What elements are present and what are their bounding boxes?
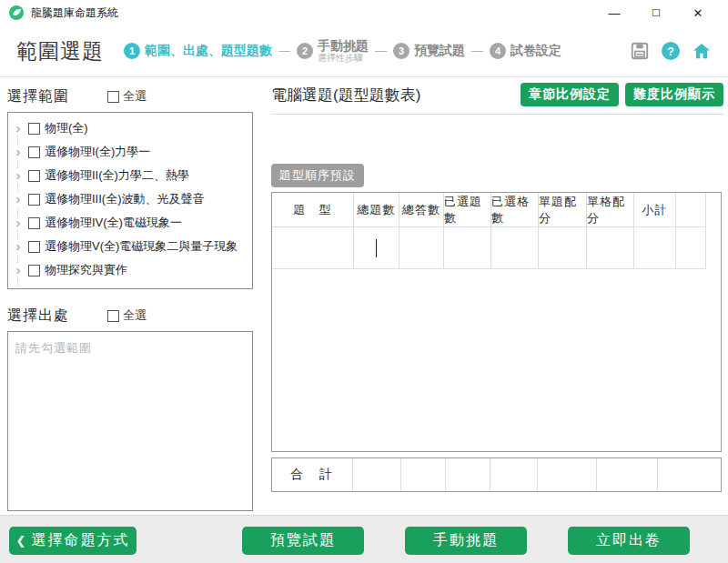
total-cell: [401, 458, 446, 491]
select-all-label: 全選: [123, 307, 147, 324]
checkbox[interactable]: [28, 170, 40, 182]
tree-item-label: 選修物理II(全)力學二、熱學: [45, 167, 189, 184]
expand-chevron-icon[interactable]: ›: [13, 265, 24, 276]
type-cell[interactable]: [272, 227, 354, 269]
col-header-subtotal: 小計: [634, 193, 676, 227]
total-cell: [490, 458, 538, 491]
step-separator: —: [278, 44, 290, 57]
expand-chevron-icon[interactable]: ›: [13, 146, 24, 157]
select-all-checkbox[interactable]: [107, 91, 119, 103]
total-answers-cell[interactable]: [399, 227, 444, 269]
range-tree: › 物理(全) › 選修物理I(全)力學一 › 選修物理II(全)力學二、熱學 …: [7, 112, 253, 289]
back-button-label: 選擇命題方式: [31, 531, 129, 550]
chapter-ratio-button[interactable]: 章節比例設定: [521, 83, 619, 106]
checkbox[interactable]: [28, 194, 40, 206]
app-logo-icon: [9, 5, 24, 20]
preview-questions-button[interactable]: 預覽試題: [242, 527, 364, 555]
points-per-question-cell[interactable]: [539, 227, 587, 269]
tree-item[interactable]: › 選修物理I(全)力學一: [8, 140, 252, 164]
step-2-label: 手動挑題: [318, 39, 369, 53]
step-separator: —: [471, 44, 483, 57]
subtotal-cell[interactable]: [634, 227, 676, 269]
step-3-number-badge: 3: [393, 43, 410, 59]
text-caret: [376, 239, 377, 257]
col-header-selected-cells: 已選格數: [491, 193, 539, 227]
step-4-paper-settings[interactable]: 4 試卷設定: [490, 43, 561, 59]
divider: [271, 114, 723, 115]
checkbox[interactable]: [28, 146, 40, 158]
tree-item[interactable]: › 選修物理III(全)波動、光及聲音: [8, 187, 252, 211]
step-1-range[interactable]: 1 範圍、出處、題型題數: [124, 43, 272, 59]
step-4-number-badge: 4: [490, 43, 506, 59]
expand-chevron-icon[interactable]: ›: [13, 217, 24, 228]
main-panel-title: 電腦選題(題型題數表): [271, 85, 420, 106]
question-type-table: 題 型 總題數 總答數 已選題數 已選格數 單題配分 單格配分 小計: [271, 192, 722, 452]
step-2-number-badge: 2: [297, 43, 313, 59]
expand-chevron-icon[interactable]: ›: [13, 170, 24, 181]
back-chevron-icon: ❮: [16, 534, 26, 548]
step-3-preview[interactable]: 3 預覽試題: [393, 43, 465, 59]
tree-item-label: 選修物理I(全)力學一: [45, 144, 150, 160]
tree-item-label: 物理探究與實作: [45, 262, 127, 278]
save-icon[interactable]: [630, 41, 650, 61]
back-to-method-button[interactable]: ❮ 選擇命題方式: [9, 527, 136, 555]
col-header-total-answers: 總答數: [399, 193, 444, 227]
col-header-extra: [676, 193, 706, 227]
col-header-total-questions: 總題數: [354, 193, 399, 227]
total-row-table: 合 計: [271, 457, 722, 492]
expand-chevron-icon[interactable]: ›: [13, 241, 24, 252]
tree-item-label: 選修物理IV(全)電磁現象一: [45, 215, 182, 231]
tree-item[interactable]: › 選修物理V(全)電磁現象二與量子現象: [8, 235, 252, 258]
col-header-points-per-cell: 單格配分: [587, 193, 634, 227]
selected-questions-cell[interactable]: [444, 227, 491, 269]
expand-chevron-icon[interactable]: ›: [13, 123, 24, 134]
tree-item[interactable]: › 選修物理II(全)力學二、熱學: [8, 164, 252, 187]
footer-bar: ❮ 選擇命題方式 預覽試題 手動挑題 立即出卷: [0, 515, 728, 563]
home-icon[interactable]: [692, 41, 712, 61]
points-per-cell-cell[interactable]: [587, 227, 634, 269]
step-1-number-badge: 1: [124, 43, 140, 59]
tree-item[interactable]: › 物理探究與實作: [8, 258, 252, 282]
question-order-badge[interactable]: 題型順序預設: [271, 164, 364, 187]
tree-item[interactable]: › 選修物理IV(全)電磁現象一: [8, 211, 252, 235]
manual-pick-button[interactable]: 手動挑題: [405, 527, 527, 555]
total-cell: [353, 458, 401, 491]
wizard-steps: 1 範圍、出處、題型題數 — 2 手動挑題 選擇性步驟 — 3 預覽試題 — 4…: [124, 39, 561, 63]
tree-item-label: 物理(全): [45, 120, 88, 136]
step-4-label: 試卷設定: [511, 43, 561, 59]
window-titlebar: 龍騰題庫命題系統 — ☐ ✕: [0, 0, 728, 25]
minimize-icon[interactable]: —: [593, 1, 635, 25]
range-select-all[interactable]: 全選: [107, 88, 147, 105]
source-panel-title: 選擇出處: [7, 307, 69, 326]
source-placeholder: 請先勾選範圍: [15, 341, 92, 355]
checkbox[interactable]: [28, 123, 40, 135]
col-header-selected-questions: 已選題數: [444, 193, 491, 227]
checkbox[interactable]: [28, 265, 40, 276]
expand-chevron-icon[interactable]: ›: [13, 194, 24, 205]
page-title: 範圍選題: [16, 37, 104, 65]
checkbox[interactable]: [28, 217, 40, 229]
generate-paper-button[interactable]: 立即出卷: [568, 527, 690, 555]
step-2-manual-pick[interactable]: 2 手動挑題 選擇性步驟: [297, 39, 369, 63]
tree-item-label: 選修物理III(全)波動、光及聲音: [45, 191, 205, 207]
source-select-all[interactable]: 全選: [107, 307, 147, 324]
select-all-checkbox[interactable]: [107, 310, 119, 322]
maximize-icon[interactable]: ☐: [635, 1, 677, 25]
help-icon[interactable]: ?: [662, 42, 680, 60]
select-all-label: 全選: [123, 88, 147, 105]
tree-item[interactable]: › 物理(全): [8, 116, 252, 140]
close-icon[interactable]: ✕: [677, 1, 719, 25]
range-panel-title: 選擇範圍: [7, 87, 69, 106]
total-cell: [597, 458, 658, 491]
checkbox[interactable]: [28, 241, 40, 253]
difficulty-ratio-button[interactable]: 難度比例顯示: [625, 83, 723, 106]
total-cell: [658, 458, 721, 491]
total-cell: [538, 458, 597, 491]
total-questions-cell[interactable]: [354, 227, 399, 269]
extra-cell: [676, 227, 706, 269]
wizard-nav: 範圍選題 1 範圍、出處、題型題數 — 2 手動挑題 選擇性步驟 — 3 預覽試…: [0, 25, 728, 77]
col-header-points-per-question: 單題配分: [539, 193, 587, 227]
selected-cells-cell[interactable]: [491, 227, 539, 269]
source-list: 請先勾選範圍: [7, 331, 253, 511]
tree-item-label: 選修物理V(全)電磁現象二與量子現象: [45, 238, 238, 255]
